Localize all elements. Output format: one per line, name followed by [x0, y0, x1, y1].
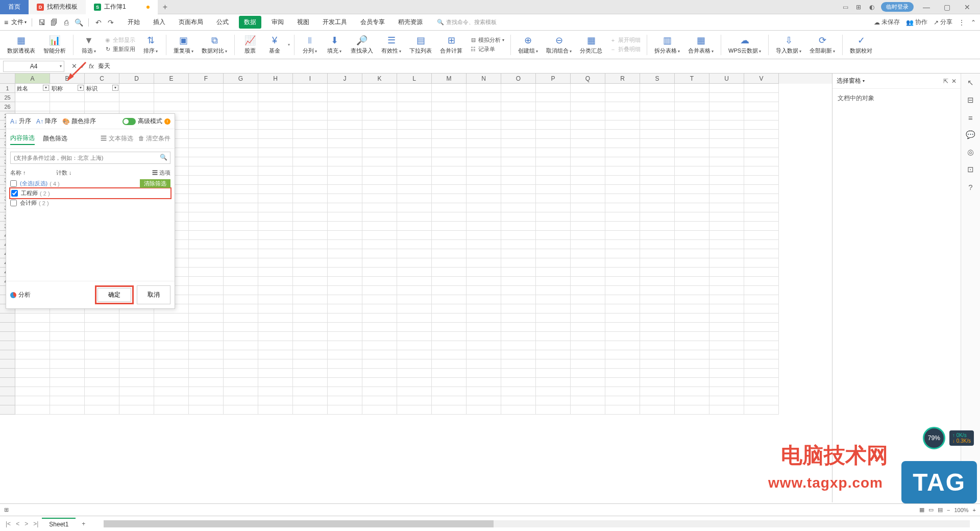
cell[interactable] [85, 378, 119, 387]
cell[interactable] [50, 350, 85, 359]
cell[interactable] [189, 130, 224, 139]
cell[interactable] [362, 185, 397, 194]
cell[interactable] [605, 111, 640, 120]
cell[interactable] [432, 396, 467, 405]
row-header[interactable] [0, 405, 15, 415]
cell[interactable] [224, 102, 258, 111]
cell[interactable] [744, 222, 779, 231]
cell[interactable]: 姓名▾ [15, 84, 50, 93]
cell[interactable] [85, 359, 119, 369]
cell[interactable] [119, 84, 154, 93]
cell[interactable] [258, 295, 293, 304]
cell[interactable] [744, 212, 779, 222]
cell[interactable] [709, 268, 744, 277]
cell[interactable] [501, 387, 536, 396]
cell[interactable] [675, 130, 709, 139]
cell[interactable] [50, 387, 85, 396]
cell[interactable] [571, 295, 605, 304]
cell[interactable] [501, 405, 536, 415]
cell[interactable] [362, 378, 397, 387]
selection-pane-title[interactable]: 选择窗格▾ [837, 77, 865, 85]
cell[interactable] [85, 332, 119, 341]
cell[interactable] [501, 176, 536, 185]
cell[interactable] [258, 93, 293, 102]
simulate-button[interactable]: ⊟模拟分析▾ [468, 36, 506, 44]
cell[interactable] [640, 378, 675, 387]
cell[interactable] [744, 93, 779, 102]
sheet-nav-prev-icon[interactable]: < [14, 520, 21, 527]
cell[interactable] [467, 323, 501, 332]
cell[interactable] [605, 130, 640, 139]
cell[interactable] [432, 102, 467, 111]
close-button[interactable]: ✕ [960, 3, 975, 11]
cell[interactable] [397, 341, 432, 350]
cell[interactable] [328, 323, 362, 332]
cell[interactable] [744, 313, 779, 323]
cell[interactable] [536, 387, 571, 396]
cell[interactable] [571, 277, 605, 286]
unsaved-status[interactable]: ☁未保存 [874, 18, 900, 27]
cell[interactable] [605, 369, 640, 378]
cell[interactable] [744, 332, 779, 341]
cell[interactable] [224, 258, 258, 268]
cell[interactable] [744, 185, 779, 194]
zoom-value[interactable]: 100% [954, 507, 968, 513]
cell[interactable] [536, 332, 571, 341]
cell[interactable] [501, 341, 536, 350]
cell[interactable] [675, 369, 709, 378]
cell[interactable] [362, 166, 397, 176]
cell[interactable] [605, 84, 640, 93]
cell[interactable] [744, 387, 779, 396]
cell[interactable] [328, 249, 362, 258]
cell[interactable] [397, 268, 432, 277]
cell[interactable] [536, 295, 571, 304]
cell[interactable] [709, 120, 744, 130]
file-menu[interactable]: 文件▾ [11, 18, 27, 27]
cell[interactable] [224, 332, 258, 341]
cell[interactable] [224, 166, 258, 176]
cell[interactable] [709, 323, 744, 332]
cell[interactable] [119, 405, 154, 415]
cell[interactable] [467, 258, 501, 268]
cell[interactable] [501, 350, 536, 359]
cell[interactable] [640, 222, 675, 231]
cell[interactable] [605, 313, 640, 323]
cell[interactable] [605, 222, 640, 231]
cell[interactable] [50, 93, 85, 102]
cell[interactable] [189, 359, 224, 369]
cursor-tool-icon[interactable]: ↖ [966, 78, 976, 88]
cell[interactable] [675, 84, 709, 93]
save-icon[interactable]: 🖫 [37, 18, 46, 27]
style-tool-icon[interactable]: ≡ [966, 112, 976, 123]
cell[interactable] [709, 176, 744, 185]
cell[interactable] [605, 396, 640, 405]
cell[interactable] [605, 295, 640, 304]
split-table-button[interactable]: ▥拆分表格▾ [651, 34, 683, 56]
cell[interactable] [640, 396, 675, 405]
cell[interactable] [328, 111, 362, 120]
cell[interactable] [224, 249, 258, 258]
cell[interactable] [293, 405, 328, 415]
maximize-button[interactable]: ▢ [939, 3, 954, 11]
horizontal-scrollbar[interactable] [104, 520, 970, 527]
cell[interactable] [397, 369, 432, 378]
cell[interactable] [258, 120, 293, 130]
cell[interactable] [293, 341, 328, 350]
cell[interactable] [362, 84, 397, 93]
cell[interactable] [640, 240, 675, 249]
cell[interactable] [467, 369, 501, 378]
cell[interactable] [293, 222, 328, 231]
cell[interactable] [293, 176, 328, 185]
skin-icon[interactable]: ◐ [868, 3, 876, 11]
cell[interactable] [293, 396, 328, 405]
cell[interactable] [571, 194, 605, 203]
cell[interactable] [224, 148, 258, 157]
filter-search-input[interactable] [10, 152, 170, 164]
cell[interactable] [50, 332, 85, 341]
cell[interactable] [224, 268, 258, 277]
cell[interactable] [119, 332, 154, 341]
cell[interactable] [85, 387, 119, 396]
cell[interactable] [536, 369, 571, 378]
cell[interactable] [709, 350, 744, 359]
cell[interactable] [293, 120, 328, 130]
